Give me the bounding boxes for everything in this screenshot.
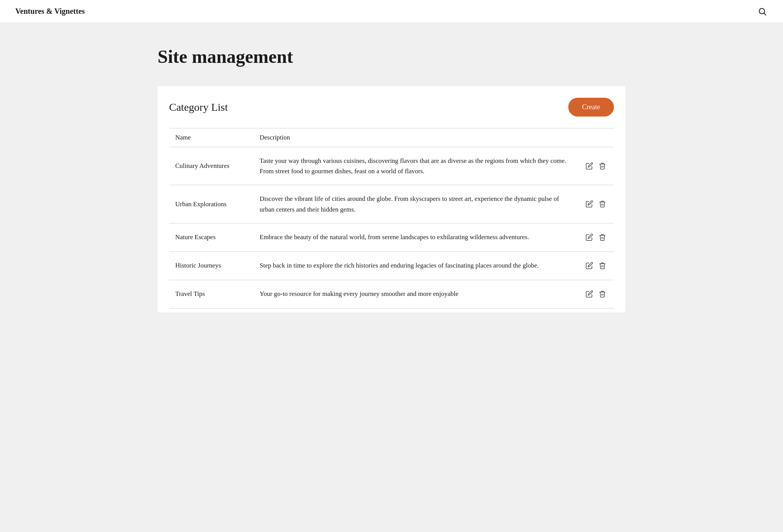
create-button[interactable]: Create xyxy=(568,98,614,117)
delete-icon[interactable] xyxy=(597,260,608,271)
delete-icon[interactable] xyxy=(597,289,608,299)
category-description: Taste your way through various cuisines,… xyxy=(253,147,576,185)
table-row: Urban ExplorationsDiscover the vibrant l… xyxy=(169,185,614,223)
actions-cell xyxy=(576,251,614,280)
category-list-title: Category List xyxy=(169,101,228,113)
header: Ventures & Vignettes xyxy=(0,0,783,23)
category-name: Urban Explorations xyxy=(169,185,253,223)
page-title: Site management xyxy=(158,46,625,67)
edit-icon[interactable] xyxy=(584,199,595,209)
svg-line-1 xyxy=(764,13,767,15)
table-row: Nature EscapesEmbrace the beauty of the … xyxy=(169,223,614,251)
column-header-name: Name xyxy=(169,128,253,147)
table-row: Culinary AdventuresTaste your way throug… xyxy=(169,147,614,185)
svg-point-0 xyxy=(759,8,765,14)
category-description: Embrace the beauty of the natural world,… xyxy=(253,223,576,251)
delete-icon[interactable] xyxy=(597,161,608,171)
delete-icon[interactable] xyxy=(597,199,608,209)
actions-cell xyxy=(576,147,614,185)
edit-icon[interactable] xyxy=(584,289,595,299)
table-row: Historic JourneysStep back in time to ex… xyxy=(169,251,614,280)
actions-cell xyxy=(576,280,614,308)
category-section: Category List Create Name Description Cu… xyxy=(158,86,625,312)
category-name: Travel Tips xyxy=(169,280,253,308)
table-row: Travel TipsYour go-to resource for makin… xyxy=(169,280,614,308)
table-body: Culinary AdventuresTaste your way throug… xyxy=(169,147,614,309)
category-table: Name Description Culinary AdventuresTast… xyxy=(169,128,614,309)
column-header-description: Description xyxy=(253,128,576,147)
category-name: Historic Journeys xyxy=(169,251,253,280)
main-content: Site management Category List Create Nam… xyxy=(142,23,641,335)
actions-cell xyxy=(576,185,614,223)
edit-icon[interactable] xyxy=(584,232,595,243)
table-header: Name Description xyxy=(169,128,614,147)
category-description: Your go-to resource for making every jou… xyxy=(253,280,576,308)
category-header: Category List Create xyxy=(169,98,614,117)
site-logo: Ventures & Vignettes xyxy=(15,7,85,16)
actions-cell xyxy=(576,223,614,251)
category-description: Step back in time to explore the rich hi… xyxy=(253,251,576,280)
category-description: Discover the vibrant life of cities arou… xyxy=(253,185,576,223)
edit-icon[interactable] xyxy=(584,161,595,171)
edit-icon[interactable] xyxy=(584,260,595,271)
category-name: Nature Escapes xyxy=(169,223,253,251)
category-name: Culinary Adventures xyxy=(169,147,253,185)
search-icon[interactable] xyxy=(757,6,768,17)
delete-icon[interactable] xyxy=(597,232,608,243)
